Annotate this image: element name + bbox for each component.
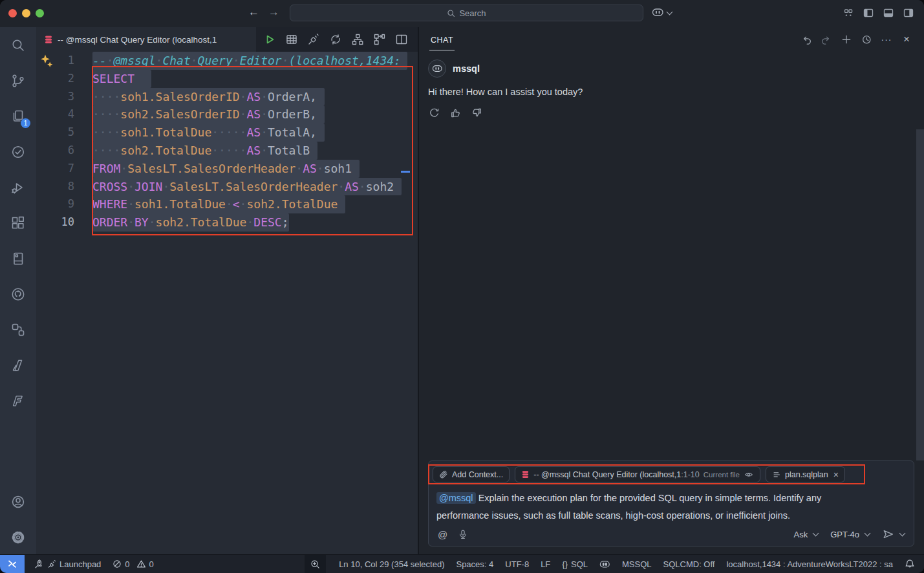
redo-icon[interactable] — [821, 34, 832, 45]
send-icon[interactable] — [882, 528, 894, 540]
connection-item[interactable]: localhost,1434 : AdventureWorksLT2022 : … — [726, 559, 893, 569]
code-line[interactable]: 5····soh1.TotalDue·····AS·TotalA, — [36, 124, 418, 142]
extensions-icon — [10, 215, 26, 231]
activity-bar: 1 — [0, 27, 36, 555]
code-text: FROM·SalesLT.SalesOrderHeader·AS·soh1 — [92, 160, 360, 178]
sqlcmd-item[interactable]: SQLCMD: Off — [663, 559, 715, 569]
line-number: 9 — [36, 195, 74, 213]
line-number: 4 — [36, 105, 74, 124]
code-line[interactable]: 4····soh2.SalesOrderID·AS·OrderB, — [36, 105, 418, 124]
minimize-window-button[interactable] — [22, 9, 30, 17]
notifications-item[interactable] — [905, 559, 915, 569]
thumbs-up-icon[interactable] — [449, 107, 461, 118]
toggle-secondary-sidebar-icon[interactable] — [903, 8, 914, 18]
mention-icon[interactable]: @ — [438, 529, 447, 540]
chat-prompt-text[interactable]: @mssql Explain the execution plan for th… — [436, 490, 906, 524]
code-line[interactable]: 10ORDER·BY·soh2.TotalDue·DESC; — [36, 213, 418, 232]
error-count: 0 — [125, 559, 129, 569]
mssql-mention: @mssql — [436, 492, 476, 504]
code-line[interactable]: 9WHERE·soh1.TotalDue·<·soh2.TotalDue — [36, 195, 418, 213]
eol-item[interactable]: LF — [541, 559, 550, 569]
new-chat-icon[interactable] — [841, 34, 852, 45]
sidebar-item-github[interactable] — [0, 276, 36, 312]
status-bar: Launchpad 0 0 Ln 10, Col 29 (354 selecte… — [0, 554, 924, 573]
customize-layout-icon[interactable] — [843, 8, 854, 18]
sidebar-item-azure[interactable] — [0, 347, 36, 383]
sidebar-item-account[interactable] — [0, 484, 36, 519]
change-connection-icon[interactable] — [327, 31, 344, 48]
plan-file-chip[interactable]: plan.sqlplan × — [766, 466, 845, 482]
prompt-line-1: Explain the execution plan for the provi… — [478, 493, 822, 503]
eye-icon[interactable] — [744, 470, 754, 479]
undo-icon[interactable] — [800, 34, 812, 45]
actual-plan-icon[interactable] — [371, 31, 388, 48]
problems-item[interactable]: 0 0 — [113, 559, 153, 569]
sidebar-item-task-check[interactable] — [0, 134, 36, 169]
retry-icon[interactable] — [428, 107, 440, 118]
cursor-position-item[interactable]: Ln 10, Col 29 (354 selected) — [339, 559, 444, 569]
estimated-plan-icon[interactable] — [349, 31, 366, 48]
microphone-icon[interactable] — [458, 529, 468, 540]
disconnect-icon[interactable] — [305, 31, 322, 48]
azure-icon — [10, 358, 26, 373]
maximize-window-button[interactable] — [36, 9, 44, 17]
chat-scrollbar[interactable] — [916, 129, 924, 460]
toggle-sidebar-icon[interactable] — [863, 8, 874, 18]
model-selector[interactable]: GPT-4o — [830, 530, 859, 539]
sidebar-item-run-debug[interactable] — [0, 169, 36, 205]
split-editor-icon[interactable] — [393, 31, 410, 48]
search-placeholder: Search — [459, 8, 486, 18]
code-editor[interactable]: 1--·@mssql·Chat·Query·Editor·(localhost,… — [36, 52, 418, 555]
mssql-item[interactable]: MSSQL — [622, 559, 652, 569]
code-line[interactable]: 3····soh1.SalesOrderID·AS·OrderA, — [36, 88, 418, 106]
code-line[interactable]: 1--·@mssql·Chat·Query·Editor·(localhost,… — [36, 52, 418, 70]
code-line[interactable]: 7FROM·SalesLT.SalesOrderHeader·AS·soh1 — [36, 160, 418, 178]
sidebar-item-settings[interactable] — [0, 519, 36, 555]
forward-arrow[interactable]: → — [268, 6, 279, 19]
prompt-line-2: performance issues, such as full table s… — [436, 510, 790, 521]
file-context-chip[interactable]: -- @mssql Chat Query Editor (localhost,1… — [515, 466, 760, 482]
more-icon[interactable]: ··· — [881, 34, 892, 45]
close-icon[interactable]: × — [901, 34, 912, 45]
back-arrow[interactable]: ← — [248, 6, 259, 19]
add-context-button[interactable]: Add Context... — [433, 466, 510, 482]
indentation-item[interactable]: Spaces: 4 — [456, 559, 493, 569]
sidebar-item-extensions[interactable] — [0, 205, 36, 241]
chevron-down-icon — [813, 530, 819, 537]
chat-input-container[interactable]: Add Context... -- @mssql Chat Query Edit… — [428, 460, 914, 546]
sidebar-item-explorer[interactable]: 1 — [0, 98, 36, 134]
launchpad-item[interactable]: Launchpad — [34, 559, 101, 569]
zoom-status-item[interactable] — [305, 555, 326, 573]
sidebar-item-fabric[interactable] — [0, 383, 36, 418]
thumbs-down-icon[interactable] — [471, 107, 482, 118]
remote-indicator[interactable] — [0, 555, 25, 573]
sidebar-item-source-control[interactable] — [0, 63, 36, 98]
close-window-button[interactable] — [8, 9, 17, 17]
sidebar-item-notebook[interactable] — [0, 241, 36, 276]
remove-chip-icon[interactable]: × — [833, 470, 839, 480]
history-icon[interactable] — [861, 34, 872, 45]
mode-selector[interactable]: Ask — [794, 530, 808, 539]
search-input[interactable]: Search — [290, 5, 643, 21]
sidebar-item-connections[interactable] — [0, 312, 36, 347]
code-line[interactable]: 8CROSS·JOIN·SalesLT.SalesOrderHeader·AS·… — [36, 178, 418, 196]
toggle-panel-icon[interactable] — [883, 8, 894, 18]
code-text: ····soh1.TotalDue·····AS·TotalA, — [92, 124, 325, 142]
editor-tab[interactable]: -- @mssql Chat Query Editor (localhost,1 — [36, 27, 256, 52]
run-query-button[interactable] — [261, 31, 278, 48]
warning-count: 0 — [149, 559, 154, 569]
sidebar-item-search[interactable] — [0, 27, 36, 63]
tab-chat[interactable]: CHAT — [429, 29, 455, 50]
code-line[interactable]: 2SELECT — [36, 70, 418, 88]
language-item[interactable]: {}SQL — [562, 559, 588, 569]
copilot-status-item[interactable] — [599, 559, 610, 569]
plug-icon — [47, 559, 56, 568]
chevron-down-icon — [865, 530, 871, 537]
copilot-menu[interactable] — [652, 7, 673, 17]
traffic-lights — [8, 9, 44, 17]
gear-icon — [10, 530, 26, 545]
code-line[interactable]: 6····soh2.TotalDue·····AS·TotalB — [36, 142, 418, 160]
line-number: 10 — [36, 213, 74, 232]
results-grid-icon[interactable] — [283, 31, 300, 48]
encoding-item[interactable]: UTF-8 — [505, 559, 529, 569]
